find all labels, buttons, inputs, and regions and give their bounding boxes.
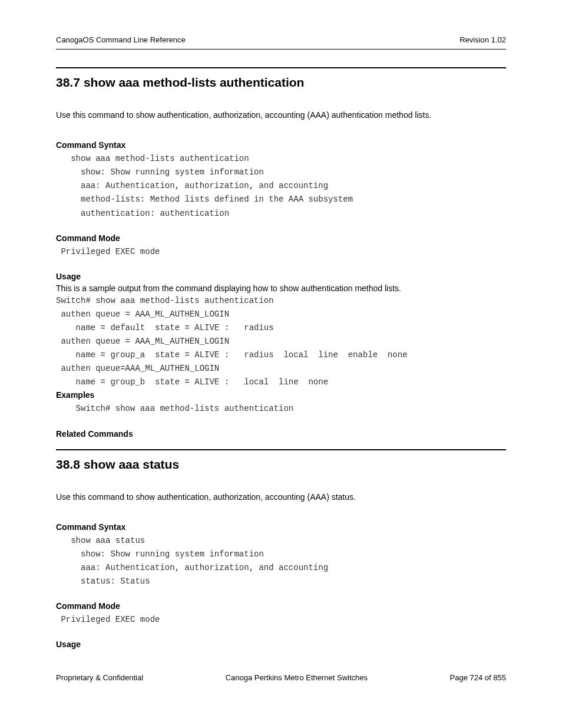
usage-block: Usage This is a sample output from the c… [56,272,506,390]
footer-center: Canoga Pertkins Metro Ethernet Switches [226,673,368,682]
syntax-code: show aaa status show: Show running syste… [56,534,506,588]
section-heading: 38.8show aaa status [56,457,506,472]
section-title-text: show aaa method-lists authentication [84,75,305,89]
section-intro: Use this command to show authentication,… [56,492,506,502]
examples-label: Examples [56,390,506,400]
document-page: CanogaOS Command Line Reference Revision… [0,0,562,681]
command-mode-block: Command Mode Privileged EXEC mode [56,601,506,627]
mode-label: Command Mode [56,601,506,611]
syntax-label: Command Syntax [56,522,506,532]
page-footer: Proprietary & Confidential Canoga Pertki… [56,673,506,682]
examples-block: Examples Switch# show aaa method-lists a… [56,390,506,416]
section-number: 38.8 [56,457,80,471]
page-header: CanogaOS Command Line Reference Revision… [56,35,506,44]
syntax-label: Command Syntax [56,140,506,150]
usage-label: Usage [56,640,506,649]
footer-right: Page 724 of 855 [450,673,506,682]
header-right: Revision 1.02 [459,35,506,44]
mode-label: Command Mode [56,233,506,243]
usage-code: Switch# show aaa method-lists authentica… [56,294,506,390]
related-commands-label: Related Commands [56,429,506,439]
examples-code: Switch# show aaa method-lists authentica… [56,402,506,416]
header-rule [56,49,506,50]
section-divider [56,449,506,450]
usage-label: Usage [56,272,506,281]
footer-left: Proprietary & Confidential [56,673,143,682]
section-divider [56,67,506,68]
mode-code: Privileged EXEC mode [56,613,506,627]
section-intro: Use this command to show authentication,… [56,110,506,120]
syntax-code: show aaa method-lists authentication sho… [56,152,506,220]
mode-code: Privileged EXEC mode [56,245,506,259]
command-mode-block: Command Mode Privileged EXEC mode [56,233,506,259]
section-heading: 38.7show aaa method-lists authentication [56,75,506,90]
header-left: CanogaOS Command Line Reference [56,35,186,44]
usage-text: This is a sample output from the command… [56,284,506,293]
command-syntax-block: Command Syntax show aaa status show: Sho… [56,522,506,588]
command-syntax-block: Command Syntax show aaa method-lists aut… [56,140,506,220]
section-number: 38.7 [56,75,80,89]
section-title-text: show aaa status [84,457,179,471]
